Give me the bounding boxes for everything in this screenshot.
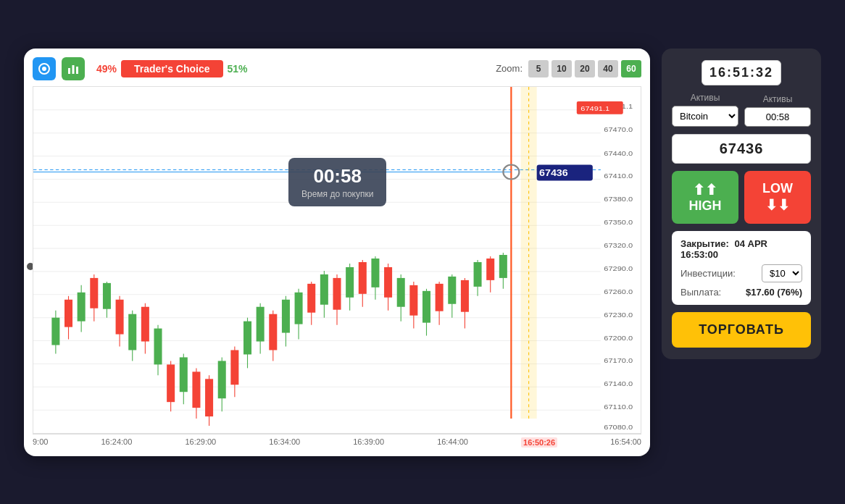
payout-value: $17.60 (76%)	[746, 287, 802, 298]
zoom-10[interactable]: 10	[551, 60, 572, 77]
svg-text:67170.0: 67170.0	[604, 356, 633, 364]
svg-rect-22	[51, 317, 59, 345]
action-buttons: ⬆⬆ HIGH LOW ⬇⬇	[672, 171, 811, 224]
close-label: Закрытие:	[680, 238, 729, 249]
svg-rect-66	[333, 277, 341, 309]
svg-rect-70	[359, 261, 367, 293]
asset-time: 00:58	[744, 107, 811, 127]
chart-tooltip: 00:58 Время до покупки	[288, 158, 386, 206]
close-info: Закрытие: 04 APR 16:53:00	[680, 238, 802, 260]
assets-row: Активы Bitcoin Активы 00:58	[672, 93, 811, 127]
svg-rect-32	[116, 299, 124, 334]
svg-rect-82	[436, 283, 444, 311]
svg-rect-2	[68, 68, 70, 74]
svg-rect-24	[64, 299, 72, 327]
chart-area: 67491.1 67470.0 67440.0 67410.0 67380.0 …	[33, 86, 641, 434]
svg-text:67350.0: 67350.0	[604, 217, 633, 225]
zoom-buttons: 5 10 20 40 60	[528, 60, 641, 77]
svg-rect-34	[128, 314, 136, 350]
tooltip-time: 00:58	[301, 165, 373, 188]
chart-wrapper: 67491.1 67470.0 67440.0 67410.0 67380.0 …	[33, 86, 641, 448]
price-display: 67436	[672, 134, 811, 164]
info-block: Закрытие: 04 APR 16:53:00 Инвестиции: $1…	[672, 231, 811, 305]
low-button[interactable]: LOW ⬇⬇	[744, 171, 811, 224]
svg-text:67290.0: 67290.0	[604, 264, 633, 272]
svg-rect-3	[72, 65, 75, 74]
time-label-2: 16:29:00	[185, 437, 216, 448]
zoom-20[interactable]: 20	[575, 60, 595, 77]
assets-label-2: Активы	[744, 94, 811, 104]
svg-rect-88	[474, 261, 482, 286]
svg-text:67260.0: 67260.0	[604, 287, 633, 295]
time-axis: 9:00 16:24:00 16:29:00 16:34:00 16:39:00…	[33, 434, 641, 448]
investment-row: Инвестиции: $10 $20 $50	[680, 264, 802, 282]
svg-text:67230.0: 67230.0	[604, 310, 633, 318]
svg-rect-54	[257, 306, 265, 341]
trade-button[interactable]: ТОРГОВАТЬ	[672, 312, 811, 348]
time-label-current: 16:50:26	[521, 437, 557, 448]
svg-rect-36	[141, 306, 149, 341]
percent-left: 49%	[96, 63, 117, 75]
svg-rect-80	[422, 290, 430, 322]
chart-svg: 67491.1 67470.0 67440.0 67410.0 67380.0 …	[33, 87, 641, 433]
svg-rect-4	[76, 67, 78, 74]
svg-text:67140.0: 67140.0	[604, 379, 633, 387]
svg-rect-76	[397, 277, 405, 306]
svg-rect-30	[103, 282, 111, 308]
assets-col-1: Активы Bitcoin	[672, 93, 738, 127]
svg-text:67440.0: 67440.0	[604, 148, 633, 156]
svg-rect-28	[90, 277, 98, 308]
svg-rect-40	[167, 364, 175, 402]
svg-text:67436: 67436	[539, 168, 568, 178]
payout-row: Выплата: $17.60 (76%)	[680, 287, 802, 298]
svg-rect-38	[154, 328, 162, 364]
chart-panel: 49% Trader's Choice 51% Zoom: 5 10 20 40…	[24, 49, 650, 456]
svg-rect-92	[499, 255, 507, 278]
investment-label: Инвестиции:	[680, 268, 736, 279]
circle-icon[interactable]	[33, 57, 56, 80]
zoom-40[interactable]: 40	[598, 60, 618, 77]
svg-rect-46	[205, 379, 213, 416]
svg-rect-86	[461, 280, 469, 311]
zoom-60[interactable]: 60	[621, 60, 641, 77]
time-display: 16:51:32	[702, 60, 781, 85]
svg-rect-26	[78, 292, 86, 321]
payout-label: Выплата:	[680, 287, 721, 298]
zoom-5[interactable]: 5	[528, 60, 549, 77]
zoom-label: Zoom:	[496, 63, 523, 74]
time-label-3: 16:34:00	[269, 437, 300, 448]
svg-rect-90	[486, 259, 494, 280]
svg-text:67320.0: 67320.0	[604, 240, 633, 248]
right-panel: 16:51:32 Активы Bitcoin Активы 00:58 674…	[662, 49, 821, 360]
assets-label-1: Активы	[672, 93, 738, 103]
tooltip-sub: Время до покупки	[301, 189, 373, 199]
svg-text:67080.0: 67080.0	[604, 422, 633, 430]
svg-rect-94	[521, 87, 537, 419]
svg-rect-42	[180, 357, 188, 392]
svg-point-1	[42, 67, 46, 71]
investment-select[interactable]: $10 $20 $50	[762, 264, 802, 282]
trader-choice-button[interactable]: Trader's Choice	[121, 60, 222, 77]
time-label-5: 16:44:00	[437, 437, 468, 448]
svg-rect-58	[282, 299, 290, 332]
svg-rect-68	[346, 266, 354, 297]
svg-text:67380.0: 67380.0	[604, 194, 633, 202]
svg-rect-62	[307, 283, 315, 312]
asset-select[interactable]: Bitcoin	[672, 106, 738, 127]
bar-chart-icon[interactable]	[62, 57, 85, 80]
svg-rect-64	[320, 274, 328, 304]
svg-rect-72	[371, 259, 379, 287]
svg-text:67410.0: 67410.0	[604, 171, 633, 179]
svg-rect-78	[409, 285, 417, 315]
svg-rect-44	[192, 371, 200, 408]
svg-rect-48	[218, 361, 226, 398]
svg-text:67470.0: 67470.0	[604, 125, 633, 133]
svg-rect-60	[295, 292, 303, 324]
svg-rect-56	[269, 314, 277, 350]
high-button[interactable]: ⬆⬆ HIGH	[672, 171, 738, 224]
svg-text:67110.0: 67110.0	[604, 402, 633, 410]
svg-text:67200.0: 67200.0	[604, 333, 633, 341]
svg-rect-5	[33, 87, 641, 433]
time-label-4: 16:39:00	[353, 437, 384, 448]
percent-right: 51%	[228, 63, 248, 75]
